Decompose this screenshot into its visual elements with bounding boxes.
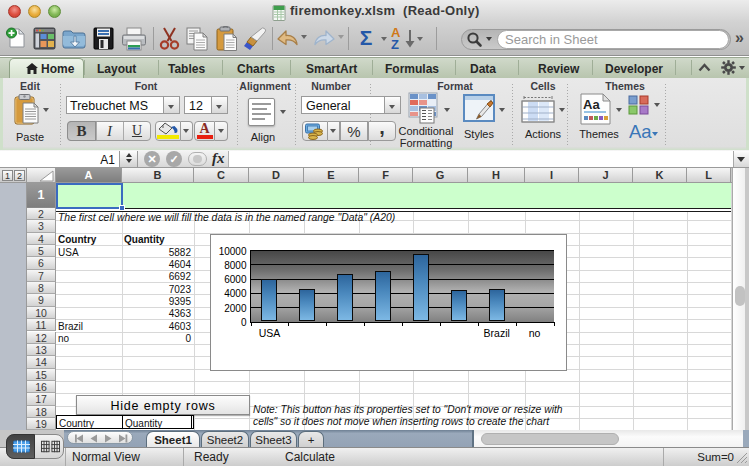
svg-text:Aa: Aa (583, 97, 600, 112)
